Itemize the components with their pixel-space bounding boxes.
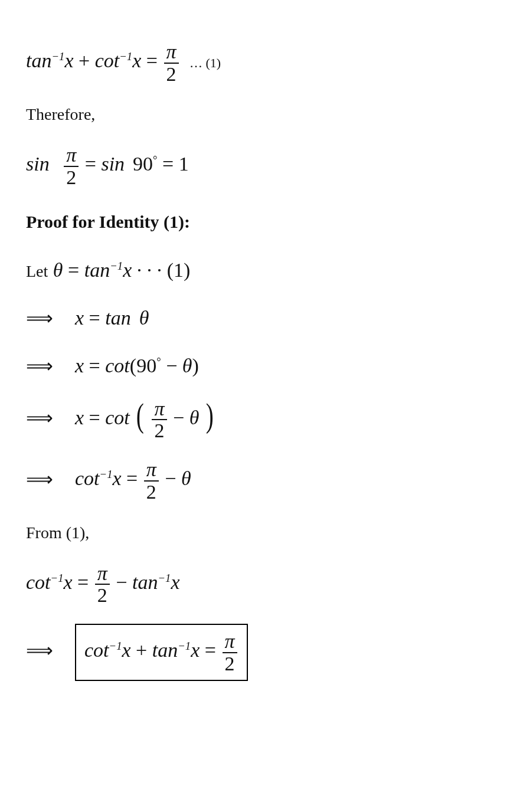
sup-2: −1 bbox=[110, 259, 123, 271]
ninety: 90 bbox=[133, 153, 153, 175]
pi-over-2-e: π 2 bbox=[95, 563, 110, 606]
let-word: Let bbox=[26, 262, 48, 280]
step-substitute: cot−1x = π 2 − tan−1x bbox=[26, 563, 484, 606]
cot-f: cot bbox=[84, 639, 109, 661]
theta-d: θ bbox=[189, 407, 200, 428]
sin-eval-line: sin π 2 = sin90° = 1 bbox=[26, 145, 484, 188]
x-1b: x bbox=[132, 50, 141, 71]
eq-9: = bbox=[205, 639, 216, 661]
theta-c: θ bbox=[182, 355, 192, 376]
eq-6: = bbox=[89, 407, 100, 428]
minus-d: − bbox=[116, 571, 127, 593]
sin-b: sin bbox=[101, 153, 125, 175]
eq-1: = bbox=[146, 50, 158, 71]
minus-a: − bbox=[166, 355, 177, 376]
x-1a: x bbox=[64, 50, 73, 71]
eqnum-1: … (1) bbox=[189, 55, 221, 70]
dots-b: · · · bbox=[137, 259, 162, 281]
cot-d: cot bbox=[75, 468, 100, 490]
step-xtantheta: ⟹ x = tanθ bbox=[26, 303, 484, 333]
pi-over-2-b: π 2 bbox=[64, 145, 79, 188]
theta-e: θ bbox=[181, 468, 191, 490]
sup-6: −1 bbox=[109, 640, 122, 652]
sup-3: −1 bbox=[100, 468, 113, 480]
x-5: x bbox=[75, 407, 84, 428]
from-line: From (1), bbox=[26, 520, 484, 545]
implies-1: ⟹ bbox=[26, 307, 51, 329]
ninety-b: 90 bbox=[136, 355, 156, 376]
cot-e: cot bbox=[26, 571, 51, 593]
cot-text: cot bbox=[95, 50, 120, 71]
plus-1: + bbox=[79, 50, 90, 71]
cot-b: cot bbox=[105, 355, 130, 376]
proof-heading: Proof for Identity (1): bbox=[26, 208, 484, 235]
eq-8: = bbox=[77, 571, 89, 593]
tan-e: tan bbox=[152, 639, 178, 661]
sup-7: −1 bbox=[178, 640, 191, 652]
pi-over-2-c: π 2 bbox=[152, 398, 166, 441]
eq-2b: = bbox=[162, 153, 174, 175]
eq-3: = bbox=[68, 259, 79, 281]
x-8: x bbox=[171, 571, 179, 593]
degree-b: ° bbox=[156, 355, 161, 367]
tan-d: tan bbox=[132, 571, 158, 593]
tan-c: tan bbox=[105, 307, 130, 329]
x-6: x bbox=[113, 468, 122, 490]
implies-5: ⟹ bbox=[26, 640, 51, 661]
eq-2a: = bbox=[85, 153, 96, 175]
eq-4: = bbox=[89, 307, 100, 329]
eq-5: = bbox=[89, 355, 100, 376]
sup-4: −1 bbox=[51, 572, 64, 584]
minus-c: − bbox=[165, 468, 176, 490]
therefore-text: Therefore, bbox=[26, 102, 484, 127]
pi-over-2-f: π 2 bbox=[223, 631, 237, 674]
let-line: Let θ = tan−1x · · · (1) bbox=[26, 255, 484, 285]
step-cotinv: ⟹ cot−1x = π 2 − θ bbox=[26, 459, 484, 502]
x-2: x bbox=[123, 259, 132, 281]
implies-4: ⟹ bbox=[26, 469, 51, 490]
theta-a: θ bbox=[53, 259, 63, 281]
step-xcotpi2: ⟹ x = cot ( π 2 − θ ) bbox=[26, 398, 484, 441]
x-10: x bbox=[191, 639, 200, 661]
identity-equation: tan−1x + cot−1x = π 2 … (1) bbox=[26, 41, 484, 84]
sin-a: sin bbox=[26, 153, 50, 175]
x-9: x bbox=[122, 639, 131, 661]
cot-c: cot bbox=[105, 407, 130, 428]
eq-7: = bbox=[126, 468, 138, 490]
x-4: x bbox=[75, 355, 84, 376]
ref-b: (1) bbox=[167, 259, 191, 281]
theta-b: θ bbox=[139, 307, 149, 329]
plus-2: + bbox=[136, 639, 147, 661]
pi-over-2-d: π 2 bbox=[144, 459, 159, 502]
sup-1a: −1 bbox=[51, 50, 64, 63]
tan-text: tan bbox=[26, 50, 51, 71]
implies-2: ⟹ bbox=[26, 355, 51, 376]
step-xcot90: ⟹ x = cot(90° − θ) bbox=[26, 351, 484, 381]
implies-3: ⟹ bbox=[26, 407, 51, 428]
pi-over-2-a: π 2 bbox=[164, 41, 179, 84]
x-7: x bbox=[64, 571, 73, 593]
tan-b: tan bbox=[84, 259, 110, 281]
boxed-identity: cot−1x + tan−1x = π 2 bbox=[75, 624, 248, 681]
sup-1b: −1 bbox=[119, 50, 132, 63]
x-3: x bbox=[75, 307, 84, 329]
degree-a: ° bbox=[153, 154, 157, 166]
one: 1 bbox=[179, 153, 189, 175]
minus-b: − bbox=[173, 407, 184, 428]
boxed-result-line: ⟹ cot−1x + tan−1x = π 2 bbox=[26, 624, 484, 681]
sup-5: −1 bbox=[158, 572, 171, 584]
